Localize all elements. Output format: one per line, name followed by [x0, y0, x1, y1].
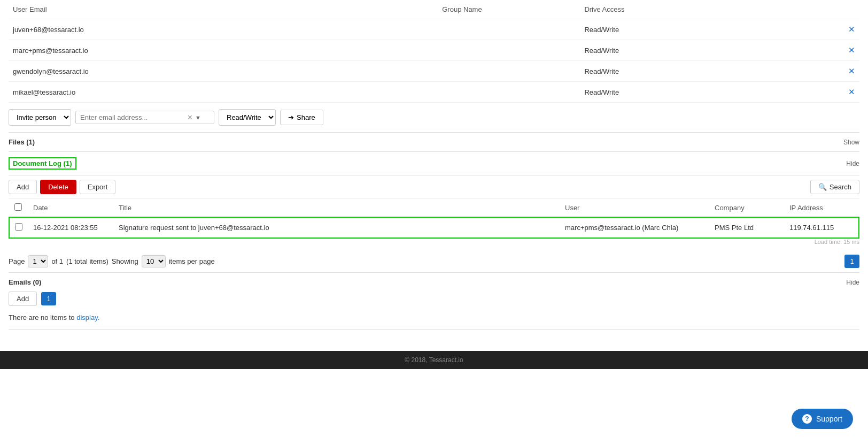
group-name-cell: [361, 40, 563, 61]
add-email-button[interactable]: Add: [9, 292, 37, 306]
user-email-header: User Email: [9, 0, 361, 19]
invite-type-select[interactable]: Invite person: [9, 109, 71, 126]
emails-header: Emails (0) Hide: [9, 278, 859, 286]
per-page-select[interactable]: 10 25 50: [142, 255, 166, 267]
document-log-title: Document Log (1): [9, 157, 76, 170]
total-items-label: (1 total items): [66, 257, 108, 265]
log-select-all-checkbox[interactable]: [14, 203, 22, 211]
access-level-select[interactable]: Read/Write: [219, 109, 276, 126]
log-ip-cell: 119.74.61.115: [784, 217, 859, 238]
pagination-left: Page 1 of 1 (1 total items) Showing 10 2…: [9, 255, 215, 267]
users-table: User Email Group Name Drive Access juven…: [9, 0, 859, 103]
of-label: of 1: [51, 257, 63, 265]
toolbar-left: Add Delete Export: [9, 180, 115, 194]
toolbar-right: 🔍 Search: [810, 180, 859, 194]
document-log-header: Document Log (1) Hide: [9, 152, 859, 175]
no-items-link[interactable]: display.: [76, 313, 99, 321]
log-ip-header: IP Address: [784, 199, 859, 217]
user-row: marc+pms@tessaract.io Read/Write ✕: [9, 40, 859, 61]
load-time: Load time: 15 ms: [9, 239, 859, 247]
emails-section: Emails (0) Hide Add 1 There are no items…: [9, 272, 859, 330]
log-row-checkbox-cell: [9, 217, 28, 238]
document-log-table: Date Title User Company IP Address 16-12…: [9, 199, 859, 239]
group-name-cell: [361, 61, 563, 82]
drive-access-cell: Read/Write: [563, 40, 838, 61]
delete-user-icon[interactable]: ✕: [848, 45, 855, 55]
page-select[interactable]: 1: [28, 255, 48, 267]
search-icon: 🔍: [818, 183, 827, 191]
log-checkbox-header: [9, 199, 28, 217]
files-section-title: Files (1): [9, 138, 35, 146]
search-log-button[interactable]: 🔍 Search: [810, 180, 859, 194]
pagination-right: 1: [844, 255, 859, 268]
emails-toolbar: Add 1: [9, 286, 859, 311]
user-row: gwendolyn@tessaract.io Read/Write ✕: [9, 61, 859, 82]
showing-label: Showing: [112, 257, 138, 265]
add-log-button[interactable]: Add: [9, 180, 37, 194]
email-input-wrapper: ✕ ▼: [75, 111, 214, 124]
email-clear-icon[interactable]: ✕: [187, 113, 193, 121]
user-email-cell: gwendolyn@tessaract.io: [9, 61, 361, 82]
drive-access-header: Drive Access: [563, 0, 838, 19]
user-email-cell: mikael@tessaract.io: [9, 82, 361, 103]
user-email-cell: marc+pms@tessaract.io: [9, 40, 361, 61]
log-company-header: Company: [709, 199, 784, 217]
footer-text: © 2018, Tessaract.io: [405, 356, 463, 364]
search-label: Search: [830, 183, 851, 191]
invite-row: Invite person ✕ ▼ Read/Write ➔ Share: [9, 103, 859, 133]
emails-section-title: Emails (0): [9, 278, 41, 286]
delete-user-icon[interactable]: ✕: [848, 66, 855, 76]
document-log-hide-button[interactable]: Hide: [846, 160, 859, 167]
share-label: Share: [297, 113, 315, 121]
user-row: mikael@tessaract.io Read/Write ✕: [9, 82, 859, 103]
drive-access-cell: Read/Write: [563, 82, 838, 103]
group-name-header: Group Name: [361, 0, 563, 19]
page-1-button[interactable]: 1: [844, 255, 859, 268]
log-table-row: 16-12-2021 08:23:55 Signature request se…: [9, 217, 859, 238]
no-items-label: There are no items to: [9, 313, 75, 321]
log-user-cell: marc+pms@tessaract.io (Marc Chia): [560, 217, 709, 238]
delete-log-button[interactable]: Delete: [40, 180, 76, 194]
delete-user-icon[interactable]: ✕: [848, 87, 855, 97]
log-date-cell: 16-12-2021 08:23:55: [28, 217, 113, 238]
group-name-cell: [361, 82, 563, 103]
email-input[interactable]: [80, 113, 187, 121]
page-label: Page: [9, 257, 25, 265]
group-name-cell: [361, 19, 563, 40]
share-arrow-icon: ➔: [288, 113, 294, 121]
emails-badge-button[interactable]: 1: [41, 292, 56, 305]
files-show-button[interactable]: Show: [843, 139, 859, 146]
drive-access-cell: Read/Write: [563, 61, 838, 82]
document-log-toolbar: Add Delete Export 🔍 Search: [9, 175, 859, 199]
files-section: Files (1) Show: [9, 133, 859, 152]
export-log-button[interactable]: Export: [80, 180, 116, 194]
no-items-text: There are no items to display.: [9, 311, 859, 324]
drive-access-cell: Read/Write: [563, 19, 838, 40]
user-email-cell: juven+68@tessaract.io: [9, 19, 361, 40]
log-title-cell: Signature request sent to juven+68@tessa…: [113, 217, 560, 238]
footer: © 2018, Tessaract.io: [0, 351, 868, 369]
log-company-cell: PMS Pte Ltd: [709, 217, 784, 238]
delete-user-icon[interactable]: ✕: [848, 25, 855, 34]
log-user-header: User: [560, 199, 709, 217]
user-row: juven+68@tessaract.io Read/Write ✕: [9, 19, 859, 40]
pagination-row: Page 1 of 1 (1 total items) Showing 10 2…: [9, 247, 859, 272]
log-title-header: Title: [113, 199, 560, 217]
log-table-header-row: Date Title User Company IP Address: [9, 199, 859, 217]
emails-hide-button[interactable]: Hide: [846, 279, 859, 286]
email-dropdown-icon[interactable]: ▼: [195, 114, 201, 121]
log-date-header: Date: [28, 199, 113, 217]
log-row-checkbox[interactable]: [15, 223, 22, 231]
items-per-page-label: items per page: [169, 257, 215, 265]
share-button[interactable]: ➔ Share: [280, 110, 323, 125]
